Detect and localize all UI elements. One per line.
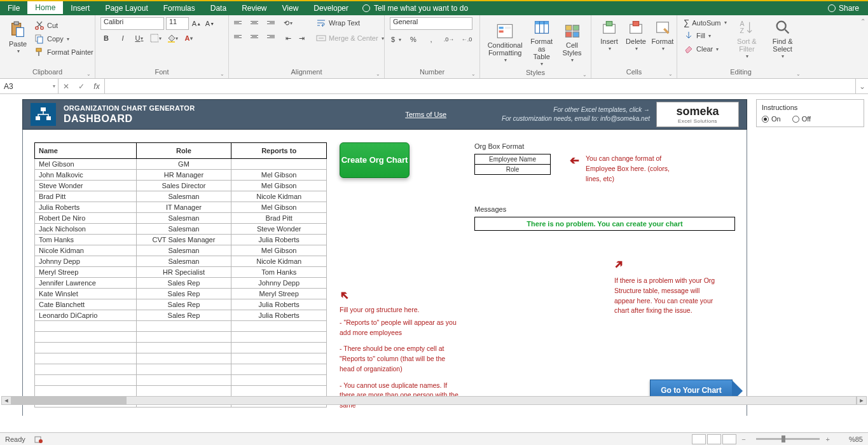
table-row-empty[interactable] (35, 332, 327, 343)
instructions-off-radio[interactable]: Off (792, 115, 811, 123)
tab-review[interactable]: Review (234, 1, 274, 15)
org-box-format-preview[interactable]: Employee Name Role (474, 154, 551, 175)
normal-view-button[interactable] (692, 434, 706, 444)
scroll-right-button[interactable]: ► (857, 396, 867, 405)
tab-file[interactable]: File (0, 1, 27, 15)
sort-filter-button[interactable]: AZSort & Filter▾ (732, 17, 762, 61)
font-color-button[interactable]: A▾ (183, 32, 195, 44)
increase-indent-button[interactable]: ⇥ (296, 32, 307, 44)
tab-insert[interactable]: Insert (63, 1, 97, 15)
decrease-font-button[interactable]: A▼ (204, 18, 216, 29)
paintbrush-icon (34, 47, 45, 57)
terms-of-use-link[interactable]: Terms of Use (405, 111, 446, 118)
name-box[interactable]: A3 (0, 79, 59, 93)
table-row-empty[interactable] (35, 321, 327, 332)
tab-data[interactable]: Data (203, 1, 234, 15)
scroll-left-button[interactable]: ◄ (1, 396, 11, 405)
fill-color-button[interactable]: ▾ (167, 32, 178, 44)
autosum-button[interactable]: ∑AutoSum▾ (682, 17, 728, 28)
orientation-button[interactable]: ⟲▾ (282, 17, 294, 29)
table-row[interactable]: Leonardo DiCaprioSales RepJulia Roberts (35, 310, 327, 321)
table-row[interactable]: Meryl StreepHR SpecialistTom Hanks (35, 267, 327, 278)
alignment-grid[interactable] (234, 17, 275, 44)
tab-home[interactable]: Home (27, 1, 63, 15)
tab-page-layout[interactable]: Page Layout (97, 1, 155, 15)
page-layout-view-button[interactable] (707, 434, 721, 444)
table-row[interactable]: Jack NicholsonSalesmanSteve Wonder (35, 224, 327, 235)
copy-button[interactable]: Copy▾ (33, 33, 95, 44)
tab-developer[interactable]: Developer (306, 1, 356, 15)
delete-cells-button[interactable]: Delete▾ (623, 17, 649, 53)
svg-rect-2 (17, 27, 24, 36)
table-row[interactable]: Nicole KidmanSalesmanMel Gibson (35, 245, 327, 256)
cell-styles-button[interactable]: Cell Styles▾ (558, 17, 586, 69)
cut-button[interactable]: Cut (33, 20, 95, 31)
table-row[interactable]: Johnny DeppSalesmanNicole Kidman (35, 256, 327, 267)
table-row[interactable]: Brad PittSalesmanNicole Kidman (35, 191, 327, 202)
fx-icon[interactable]: fx (89, 82, 104, 91)
zoom-level[interactable]: %85 (837, 435, 863, 443)
merge-center-button[interactable]: Merge & Center▾ (315, 32, 385, 44)
instructions-on-radio[interactable]: On (762, 115, 781, 123)
table-row-empty[interactable] (35, 364, 327, 375)
table-row[interactable]: Julia RobertsIT ManagerMel Gibson (35, 202, 327, 213)
format-cells-button[interactable]: Format▾ (650, 17, 675, 53)
table-row[interactable]: John MalkovicHR ManagerMel Gibson (35, 170, 327, 181)
svg-rect-10 (168, 41, 175, 43)
worksheet-area[interactable]: ORGANIZATION CHART GENERATOR DASHBOARD T… (0, 94, 868, 416)
table-row-empty[interactable] (35, 386, 327, 397)
cancel-formula-button[interactable]: ✕ (59, 82, 74, 91)
share-button[interactable]: Share (819, 4, 868, 13)
page-break-view-button[interactable] (722, 434, 736, 444)
table-row[interactable]: Steve WonderSales DirectorMel Gibson (35, 181, 327, 191)
find-select-button[interactable]: Find & Select▾ (766, 17, 799, 61)
formula-input[interactable] (105, 79, 855, 93)
decrease-decimal-button[interactable]: ←.0 (461, 34, 472, 45)
enter-formula-button[interactable]: ✓ (74, 82, 89, 91)
macro-record-icon[interactable] (34, 435, 43, 444)
tab-view[interactable]: View (275, 1, 307, 15)
accounting-button[interactable]: $▾ (390, 34, 401, 45)
create-org-chart-button[interactable]: Create Org Chart (340, 142, 410, 178)
number-format-select[interactable]: General (390, 17, 472, 30)
conditional-formatting-button[interactable]: Conditional Formatting▾ (485, 17, 525, 69)
borders-button[interactable]: ▾ (150, 32, 162, 44)
fill-button[interactable]: Fill▾ (682, 30, 728, 41)
table-row-empty[interactable] (35, 353, 327, 364)
tell-me-search[interactable]: Tell me what you want to do (356, 4, 474, 13)
comma-button[interactable]: , (425, 34, 437, 45)
table-row-empty[interactable] (35, 343, 327, 353)
zoom-out-button[interactable]: − (741, 435, 745, 443)
table-row-empty[interactable] (35, 375, 327, 386)
tab-formulas[interactable]: Formulas (156, 1, 203, 15)
horizontal-scrollbar[interactable]: ◄ ► (1, 395, 867, 406)
clear-button[interactable]: Clear▾ (682, 43, 728, 55)
format-as-table-button[interactable]: Format as Table▾ (526, 17, 557, 69)
decrease-indent-button[interactable]: ⇤ (282, 32, 294, 44)
someka-logo[interactable]: someka Excel Solutions (656, 102, 739, 127)
expand-formula-bar-button[interactable]: ⌄ (855, 79, 868, 93)
table-row[interactable]: Tom HanksCVT Sales ManagerJulia Roberts (35, 235, 327, 245)
font-size-select[interactable]: 11 (166, 17, 189, 30)
table-row[interactable]: Mel GibsonGM (35, 159, 327, 170)
increase-font-button[interactable]: A▲ (191, 18, 202, 29)
collapse-ribbon-button[interactable]: ⌃ (860, 18, 865, 25)
format-painter-button[interactable]: Format Painter (33, 46, 95, 58)
scroll-thumb[interactable] (12, 397, 127, 404)
increase-decimal-button[interactable]: .0→ (443, 34, 455, 45)
insert-cells-button[interactable]: Insert▾ (596, 17, 622, 53)
org-structure-table[interactable]: Name Role Reports to Mel GibsonGMJohn Ma… (34, 142, 327, 407)
wrap-text-button[interactable]: Wrap Text (315, 17, 385, 29)
zoom-slider[interactable] (756, 438, 820, 440)
percent-button[interactable]: % (408, 34, 419, 45)
bold-button[interactable]: B (100, 32, 112, 44)
paste-button[interactable]: Paste▾ (5, 17, 31, 58)
table-row[interactable]: Kate WinsletSales RepMeryl Streep (35, 289, 327, 299)
table-row[interactable]: Robert De NiroSalesmanBrad Pitt (35, 213, 327, 224)
table-row[interactable]: Cate BlanchettSales RepJulia Roberts (35, 299, 327, 310)
underline-button[interactable]: U▾ (134, 32, 145, 44)
font-name-select[interactable]: Calibri (100, 17, 164, 30)
italic-button[interactable]: I (117, 32, 128, 44)
table-row[interactable]: Jennifer LawrenceSales RepJohnny Depp (35, 278, 327, 289)
zoom-in-button[interactable]: + (826, 435, 830, 443)
